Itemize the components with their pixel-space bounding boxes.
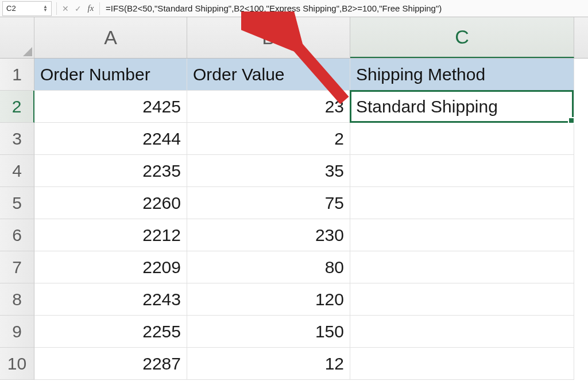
- column-headers: A B C: [0, 17, 588, 59]
- cell-C8[interactable]: [350, 283, 574, 316]
- cell-A6[interactable]: 2212: [34, 219, 187, 251]
- cell-A4[interactable]: 2235: [34, 155, 187, 187]
- table-row: 4 2235 35: [0, 155, 588, 187]
- table-row: 7 2209 80: [0, 251, 588, 283]
- cell-B5[interactable]: 75: [187, 187, 350, 219]
- divider: [99, 2, 100, 15]
- cell-B3[interactable]: 2: [187, 123, 350, 155]
- row-header-9[interactable]: 9: [0, 316, 34, 348]
- table-row: 10 2287 12: [0, 348, 588, 380]
- cell-A1[interactable]: Order Number: [34, 59, 187, 91]
- cancel-icon[interactable]: ✕: [59, 2, 72, 15]
- cell-C2[interactable]: Standard Shipping: [350, 91, 574, 123]
- cell-A2[interactable]: 2425: [34, 91, 187, 123]
- cell-C3[interactable]: [350, 123, 574, 155]
- name-box[interactable]: C2 ▲ ▼: [2, 1, 52, 16]
- cell-C7[interactable]: [350, 251, 574, 283]
- row-header-5[interactable]: 5: [0, 187, 34, 219]
- cell-A10[interactable]: 2287: [34, 348, 187, 380]
- col-header-B[interactable]: B: [187, 17, 350, 58]
- row-header-4[interactable]: 4: [0, 155, 34, 187]
- divider: [56, 2, 57, 15]
- table-row: 2 2425 23 Standard Shipping: [0, 91, 588, 123]
- cell-A9[interactable]: 2255: [34, 316, 187, 348]
- cell-B10[interactable]: 12: [187, 348, 350, 380]
- name-box-value: C2: [6, 4, 16, 13]
- spreadsheet-grid: 1 Order Number Order Value Shipping Meth…: [0, 59, 588, 380]
- cell-A8[interactable]: 2243: [34, 283, 187, 316]
- row-header-3[interactable]: 3: [0, 123, 34, 155]
- select-all-corner[interactable]: [0, 17, 34, 58]
- cell-C6[interactable]: [350, 219, 574, 251]
- cell-B6[interactable]: 230: [187, 219, 350, 251]
- cell-B2[interactable]: 23: [187, 91, 350, 123]
- chevron-down-icon: ▼: [43, 9, 48, 12]
- row-header-2[interactable]: 2: [0, 91, 34, 123]
- cell-C5[interactable]: [350, 187, 574, 219]
- col-header-C[interactable]: C: [350, 17, 574, 58]
- row-header-1[interactable]: 1: [0, 59, 34, 91]
- table-row: 5 2260 75: [0, 187, 588, 219]
- col-header-A[interactable]: A: [34, 17, 187, 58]
- fx-icon[interactable]: fx: [84, 2, 97, 15]
- table-row: 9 2255 150: [0, 316, 588, 348]
- row-header-7[interactable]: 7: [0, 251, 34, 283]
- table-row: 3 2244 2: [0, 123, 588, 155]
- table-row: 6 2212 230: [0, 219, 588, 251]
- row-header-10[interactable]: 10: [0, 348, 34, 380]
- accept-icon[interactable]: ✓: [72, 2, 84, 15]
- cell-B1[interactable]: Order Value: [187, 59, 350, 91]
- cell-A5[interactable]: 2260: [34, 187, 187, 219]
- cell-B7[interactable]: 80: [187, 251, 350, 283]
- row-header-6[interactable]: 6: [0, 219, 34, 251]
- cell-C4[interactable]: [350, 155, 574, 187]
- cell-C10[interactable]: [350, 348, 574, 380]
- cell-B4[interactable]: 35: [187, 155, 350, 187]
- cell-C9[interactable]: [350, 316, 574, 348]
- table-row: 1 Order Number Order Value Shipping Meth…: [0, 59, 588, 91]
- cell-B9[interactable]: 150: [187, 316, 350, 348]
- formula-bar: C2 ▲ ▼ ✕ ✓ fx: [0, 0, 588, 17]
- name-box-stepper[interactable]: ▲ ▼: [43, 5, 48, 12]
- table-row: 8 2243 120: [0, 283, 588, 316]
- cell-C1[interactable]: Shipping Method: [350, 59, 574, 91]
- row-header-8[interactable]: 8: [0, 283, 34, 316]
- cell-A3[interactable]: 2244: [34, 123, 187, 155]
- formula-input[interactable]: [102, 2, 588, 15]
- cell-B8[interactable]: 120: [187, 283, 350, 316]
- cell-A7[interactable]: 2209: [34, 251, 187, 283]
